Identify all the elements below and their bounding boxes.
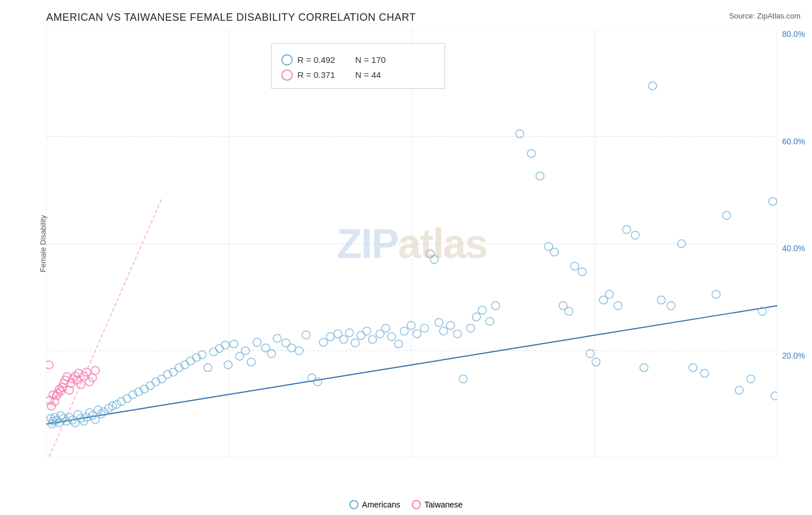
y-label-60: 60.0%	[782, 137, 805, 146]
legend-americans: Americans	[349, 500, 400, 509]
svg-text:R = 0.492: R = 0.492	[297, 55, 335, 65]
svg-point-131	[657, 296, 665, 304]
svg-text:N =  44: N = 44	[355, 70, 381, 80]
svg-point-94	[382, 324, 390, 333]
svg-point-101	[426, 250, 434, 258]
svg-point-91	[363, 327, 371, 335]
svg-point-141	[769, 197, 777, 206]
svg-point-67	[215, 345, 224, 353]
y-label-80: 80.0%	[782, 29, 805, 39]
svg-point-99	[413, 330, 421, 338]
svg-point-74	[253, 338, 261, 346]
svg-point-120	[571, 262, 579, 270]
svg-point-103	[435, 319, 443, 327]
chart-legend: Americans Taiwanese	[349, 500, 463, 509]
chart-title: AMERICAN VS TAIWANESE FEMALE DISABILITY …	[46, 12, 777, 24]
svg-point-79	[288, 344, 296, 352]
svg-point-109	[472, 313, 481, 321]
svg-point-83	[314, 378, 322, 386]
scatter-chart: 80.0% 60.0% 40.0% 20.0% 0.0% 100.0% R = …	[46, 29, 777, 458]
svg-point-139	[747, 375, 755, 383]
svg-point-138	[735, 386, 743, 394]
svg-point-84	[319, 338, 327, 346]
svg-point-73	[247, 358, 255, 366]
svg-point-125	[605, 290, 613, 298]
y-label-20: 20.0%	[782, 351, 805, 360]
svg-point-107	[459, 375, 467, 383]
svg-point-112	[491, 302, 500, 310]
y-axis-labels: 80.0% 60.0% 40.0% 20.0%	[782, 29, 805, 458]
svg-point-134	[689, 364, 697, 372]
chart-area: Female Disability ZIPatlas 80.0% 60.0% 4…	[46, 29, 777, 458]
svg-point-88	[345, 329, 353, 337]
svg-point-77	[273, 334, 281, 342]
svg-point-123	[592, 358, 600, 366]
svg-line-16	[49, 199, 162, 457]
svg-point-161	[46, 361, 53, 369]
taiwanese-label: Taiwanese	[424, 500, 463, 509]
legend-taiwanese: Taiwanese	[412, 500, 463, 509]
svg-point-96	[394, 340, 403, 348]
svg-point-142	[771, 392, 777, 400]
svg-point-65	[204, 364, 212, 372]
svg-point-69	[224, 361, 232, 369]
svg-point-126	[614, 302, 622, 310]
svg-point-98	[407, 322, 415, 330]
svg-point-70	[230, 340, 238, 348]
taiwanese-legend-dot	[412, 500, 421, 509]
chart-container: AMERICAN VS TAIWANESE FEMALE DISABILITY …	[0, 0, 812, 515]
americans-label: Americans	[362, 500, 400, 509]
svg-point-136	[712, 290, 720, 298]
svg-point-117	[550, 248, 558, 256]
svg-point-87	[340, 335, 348, 344]
svg-point-121	[578, 268, 586, 276]
svg-point-110	[478, 306, 486, 314]
svg-point-92	[368, 335, 377, 344]
svg-point-129	[640, 364, 648, 372]
svg-point-97	[400, 327, 408, 335]
svg-point-137	[722, 211, 731, 219]
svg-point-66	[210, 348, 218, 356]
svg-point-90	[357, 331, 365, 339]
svg-point-81	[302, 331, 310, 339]
svg-point-119	[565, 307, 573, 315]
svg-point-89	[351, 339, 359, 347]
svg-point-68	[221, 341, 229, 349]
svg-point-135	[701, 370, 709, 378]
svg-point-85	[326, 333, 334, 341]
y-axis-label: Female Disability	[39, 215, 47, 273]
svg-point-62	[187, 357, 195, 365]
svg-point-108	[467, 324, 475, 333]
svg-point-115	[536, 172, 544, 180]
svg-point-132	[667, 302, 675, 310]
svg-point-76	[267, 350, 275, 358]
svg-point-105	[446, 322, 455, 330]
svg-point-128	[631, 232, 639, 240]
svg-point-130	[649, 82, 657, 90]
svg-point-100	[420, 324, 429, 333]
svg-point-106	[453, 330, 461, 338]
svg-point-95	[388, 333, 396, 341]
svg-point-55	[146, 382, 154, 390]
americans-legend-dot	[349, 500, 359, 509]
svg-point-111	[486, 318, 494, 326]
svg-point-167	[91, 367, 99, 375]
y-label-40: 40.0%	[782, 244, 805, 253]
svg-point-114	[527, 150, 535, 158]
source-label: Source: ZipAtlas.com	[729, 12, 800, 20]
svg-point-102	[430, 256, 438, 264]
svg-text:R =  0.371: R = 0.371	[297, 70, 335, 80]
svg-text:N = 170: N = 170	[355, 55, 386, 65]
svg-point-127	[623, 226, 631, 234]
svg-rect-18	[271, 43, 445, 88]
svg-point-104	[439, 327, 448, 335]
